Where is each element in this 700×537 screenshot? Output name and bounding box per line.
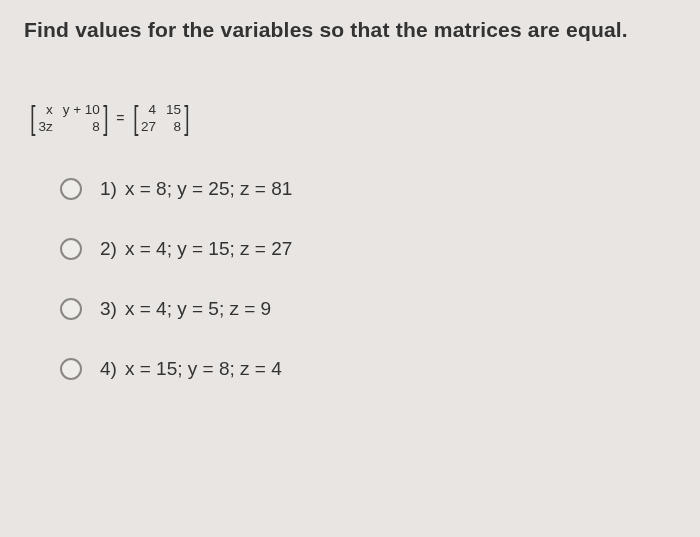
radio-icon[interactable] — [60, 358, 82, 380]
matrix-cell: 8 — [63, 119, 100, 134]
matrix-cell: 15 — [166, 102, 181, 117]
option-number: 2) — [100, 238, 117, 260]
option-1[interactable]: 1) x = 8; y = 25; z = 81 — [60, 178, 676, 200]
bracket-right-icon: ] — [103, 100, 108, 136]
radio-icon[interactable] — [60, 178, 82, 200]
matrix-cell: 27 — [141, 119, 156, 134]
matrix-cell: y + 10 — [63, 102, 100, 117]
option-number: 4) — [100, 358, 117, 380]
radio-icon[interactable] — [60, 238, 82, 260]
equals-sign: = — [116, 110, 124, 126]
bracket-left-icon: [ — [30, 100, 35, 136]
option-number: 3) — [100, 298, 117, 320]
matrix-cell: x — [38, 102, 52, 117]
option-3[interactable]: 3) x = 4; y = 5; z = 9 — [60, 298, 676, 320]
option-4[interactable]: 4) x = 15; y = 8; z = 4 — [60, 358, 676, 380]
option-text: x = 4; y = 15; z = 27 — [125, 238, 292, 260]
option-text: x = 8; y = 25; z = 81 — [125, 178, 292, 200]
bracket-left-icon: [ — [133, 100, 138, 136]
matrix-cell: 3z — [38, 119, 52, 134]
bracket-right-icon: ] — [184, 100, 189, 136]
option-text: x = 4; y = 5; z = 9 — [125, 298, 271, 320]
matrix-cell: 8 — [166, 119, 181, 134]
matrix-cell: 4 — [141, 102, 156, 117]
matrix-equation: [ x y + 10 3z 8 ] = [ 4 15 27 8 ] — [28, 100, 676, 136]
matrix-left: [ x y + 10 3z 8 ] — [28, 100, 110, 136]
radio-icon[interactable] — [60, 298, 82, 320]
option-text: x = 15; y = 8; z = 4 — [125, 358, 282, 380]
matrix-right: [ 4 15 27 8 ] — [131, 100, 192, 136]
options-list: 1) x = 8; y = 25; z = 81 2) x = 4; y = 1… — [60, 178, 676, 380]
question-text: Find values for the variables so that th… — [24, 18, 676, 42]
option-number: 1) — [100, 178, 117, 200]
option-2[interactable]: 2) x = 4; y = 15; z = 27 — [60, 238, 676, 260]
